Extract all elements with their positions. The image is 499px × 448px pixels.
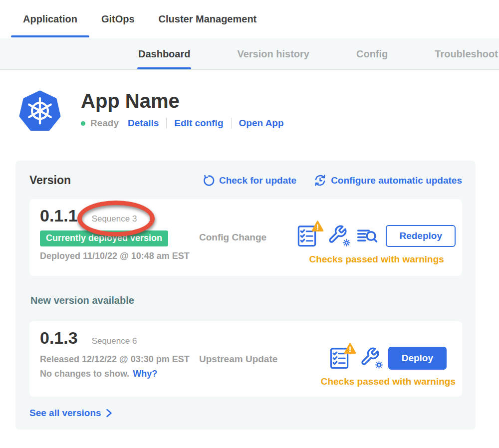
tab-application[interactable]: Application — [11, 0, 89, 38]
app-header: App Name Ready Details Edit config Open … — [0, 70, 499, 134]
gear-icon — [343, 239, 350, 246]
current-version-number: 0.1.1 — [40, 206, 78, 225]
divider — [231, 118, 232, 129]
check-for-update-label: Check for update — [219, 175, 296, 186]
current-version-icon-group — [297, 224, 378, 248]
view-files-search-icon[interactable] — [356, 226, 378, 246]
current-version-actions: Redeploy Checks passed with warnings — [297, 199, 462, 276]
available-version-source-label: Upstream Update — [199, 354, 291, 365]
released-timestamp: Released 12/12/22 @ 03:30 pm EST — [40, 354, 199, 365]
available-version-actions: Deploy Checks passed with warnings — [321, 321, 462, 397]
why-link[interactable]: Why? — [133, 369, 157, 379]
current-version-source-label: Config Change — [199, 232, 291, 243]
divider — [166, 118, 167, 129]
deployed-timestamp: Deployed 11/10/22 @ 10:48 am EST — [40, 251, 199, 261]
app-status-row: Ready Details Edit config Open App — [81, 118, 284, 129]
top-nav: Application GitOps Cluster Management — [0, 0, 499, 38]
available-version-sequence: Sequence 6 — [92, 336, 137, 346]
current-version-sequence: Sequence 3 — [92, 214, 137, 224]
gear-icon — [375, 361, 383, 369]
deploy-button[interactable]: Deploy — [388, 347, 447, 370]
config-wrench-icon[interactable] — [327, 224, 348, 247]
current-version-line: 0.1.1 Sequence 3 — [40, 206, 199, 225]
redeploy-button[interactable]: Redeploy — [386, 225, 456, 247]
see-all-versions-label: See all versions — [29, 408, 101, 419]
preflight-checks-icon[interactable] — [330, 346, 352, 370]
no-changes-text: No changes to show. — [40, 369, 129, 379]
tab-dashboard[interactable]: Dashboard — [138, 38, 190, 69]
currently-deployed-badge: Currently deployed version — [40, 230, 168, 246]
check-for-update-button[interactable]: Check for update — [202, 174, 296, 187]
open-app-link[interactable]: Open App — [239, 118, 284, 129]
available-version-info: 0.1.3 Sequence 6 Released 12/12/22 @ 03:… — [29, 321, 199, 397]
current-version-checks-status: Checks passed with warnings — [309, 254, 444, 265]
available-version-number: 0.1.3 — [40, 328, 78, 348]
kubernetes-logo-icon — [19, 89, 61, 134]
tab-config[interactable]: Config — [356, 38, 388, 69]
sub-nav: Dashboard Version history Config Trouble… — [0, 38, 499, 70]
ready-status-dot-icon — [81, 121, 85, 126]
app-header-text: App Name Ready Details Edit config Open … — [81, 89, 284, 129]
tab-cluster-management[interactable]: Cluster Management — [147, 0, 269, 38]
available-version-icon-group — [330, 346, 381, 370]
chevron-right-icon — [105, 409, 112, 418]
warning-triangle-icon — [344, 343, 356, 354]
available-version-checks-status: Checks passed with warnings — [321, 376, 456, 387]
version-panel-title: Version — [29, 174, 71, 187]
no-changes-line: No changes to show. Why? — [40, 369, 199, 379]
see-all-versions-link[interactable]: See all versions — [29, 408, 112, 419]
app-status-label: Ready — [90, 118, 119, 129]
tab-troubleshoot[interactable]: Troubleshoot — [435, 38, 498, 69]
refresh-icon — [202, 174, 215, 187]
version-panel: Version Check for update — [15, 161, 476, 430]
version-panel-header: Version Check for update — [29, 174, 462, 187]
tab-version-history[interactable]: Version history — [237, 38, 309, 69]
preflight-checks-icon[interactable] — [297, 224, 319, 248]
config-wrench-icon[interactable] — [360, 347, 381, 370]
warning-triangle-icon — [311, 221, 324, 232]
version-panel-actions: Check for update Configure automatic upd… — [202, 174, 462, 187]
configure-automatic-updates-label: Configure automatic updates — [331, 175, 462, 186]
current-version-card: 0.1.1 Sequence 3 Currently deployed vers… — [29, 199, 462, 276]
configure-automatic-updates-button[interactable]: Configure automatic updates — [313, 174, 462, 187]
app-name-title: App Name — [81, 90, 284, 112]
available-version-line: 0.1.3 Sequence 6 — [40, 328, 199, 348]
schedule-update-icon — [313, 174, 327, 187]
edit-config-link[interactable]: Edit config — [174, 118, 223, 129]
available-version-card: 0.1.3 Sequence 6 Released 12/12/22 @ 03:… — [29, 321, 462, 397]
tab-gitops[interactable]: GitOps — [89, 0, 147, 38]
details-link[interactable]: Details — [128, 118, 159, 129]
current-version-info: 0.1.1 Sequence 3 Currently deployed vers… — [29, 199, 199, 276]
new-version-available-heading: New version available — [30, 295, 462, 306]
